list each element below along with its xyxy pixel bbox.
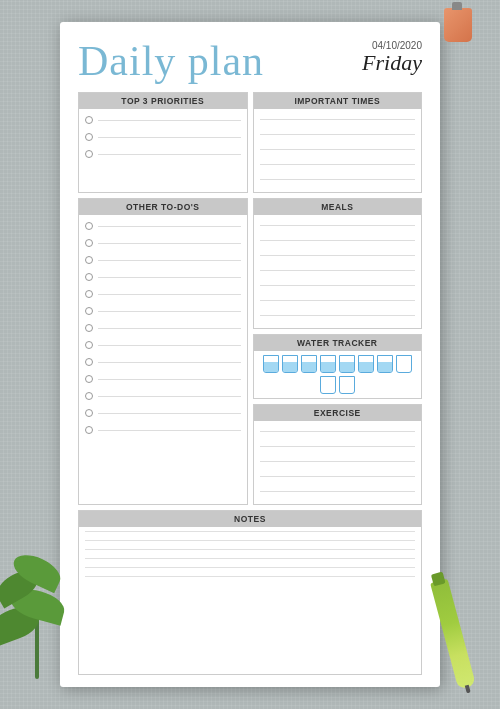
todo-row-11 [85, 389, 241, 403]
exercise-row-5 [260, 485, 416, 498]
date-block: 04/10/2020 Friday [362, 40, 422, 75]
time-row-2 [260, 128, 416, 141]
meal-row-3 [260, 249, 416, 262]
water-cups-container [254, 351, 422, 398]
daily-plan-paper: Daily plan 04/10/2020 Friday TOP 3 PRIOR… [60, 22, 440, 687]
line-2 [98, 137, 241, 138]
todo-cb-8[interactable] [85, 341, 93, 349]
other-todos-section: OTHER TO-DO'S [78, 198, 248, 505]
top-3-priorities-header: TOP 3 PRIORITIES [79, 93, 247, 109]
todo-cb-6[interactable] [85, 307, 93, 315]
exercise-row-1 [260, 425, 416, 438]
note-line-6 [85, 576, 415, 577]
checkbox-1[interactable] [85, 116, 93, 124]
top-3-priorities-body [79, 109, 247, 168]
todo-cb-9[interactable] [85, 358, 93, 366]
exercise-header: EXERCISE [254, 405, 422, 421]
plant-decoration [0, 539, 90, 679]
other-todos-header: OTHER TO-DO'S [79, 199, 247, 215]
notes-section: NOTES [78, 510, 422, 675]
todo-row-9 [85, 355, 241, 369]
time-row-4 [260, 158, 416, 171]
other-todos-body [79, 215, 247, 444]
line-1 [98, 120, 241, 121]
important-times-body [254, 109, 422, 192]
note-line-1 [85, 531, 415, 532]
top-sections-grid: TOP 3 PRIORITIES IMPORTANT TIMES [78, 92, 422, 193]
water-tracker-header: WATER TRACKER [254, 335, 422, 351]
time-row-5 [260, 173, 416, 186]
checkbox-3[interactable] [85, 150, 93, 158]
water-cup-1[interactable] [263, 355, 279, 373]
water-cup-8[interactable] [396, 355, 412, 373]
todo-cb-1[interactable] [85, 222, 93, 230]
pencil-sharpener-decoration [444, 8, 472, 42]
middle-grid: OTHER TO-DO'S MEALS [78, 198, 422, 505]
todo-row-1 [85, 219, 241, 233]
paper-header: Daily plan 04/10/2020 Friday [78, 40, 422, 82]
priority-row-3 [85, 147, 241, 161]
exercise-row-4 [260, 470, 416, 483]
todo-row-2 [85, 236, 241, 250]
meal-row-1 [260, 219, 416, 232]
right-column: MEALS WATER TRACKER [253, 198, 423, 505]
todo-row-6 [85, 304, 241, 318]
todo-cb-4[interactable] [85, 273, 93, 281]
todo-row-7 [85, 321, 241, 335]
water-cup-5[interactable] [339, 355, 355, 373]
checkbox-2[interactable] [85, 133, 93, 141]
meal-row-6 [260, 294, 416, 307]
note-line-4 [85, 558, 415, 559]
water-cup-3[interactable] [301, 355, 317, 373]
todo-row-5 [85, 287, 241, 301]
note-line-5 [85, 567, 415, 568]
meal-row-4 [260, 264, 416, 277]
time-row-3 [260, 143, 416, 156]
exercise-row-2 [260, 440, 416, 453]
exercise-row-3 [260, 455, 416, 468]
priority-row-1 [85, 113, 241, 127]
top-3-priorities-section: TOP 3 PRIORITIES [78, 92, 248, 193]
time-row-1 [260, 113, 416, 126]
exercise-section: EXERCISE [253, 404, 423, 505]
meals-header: MEALS [254, 199, 422, 215]
todo-cb-13[interactable] [85, 426, 93, 434]
water-cup-9[interactable] [320, 376, 336, 394]
meals-body [254, 215, 422, 328]
meals-section: MEALS [253, 198, 423, 329]
page-title: Daily plan [78, 40, 264, 82]
todo-row-13 [85, 423, 241, 437]
meal-row-7 [260, 309, 416, 322]
todo-cb-5[interactable] [85, 290, 93, 298]
note-line-3 [85, 549, 415, 550]
water-cup-7[interactable] [377, 355, 393, 373]
line-3 [98, 154, 241, 155]
todo-row-4 [85, 270, 241, 284]
water-cup-10[interactable] [339, 376, 355, 394]
meal-row-2 [260, 234, 416, 247]
notes-body [79, 527, 421, 589]
important-times-header: IMPORTANT TIMES [254, 93, 422, 109]
water-cup-4[interactable] [320, 355, 336, 373]
notes-header: NOTES [79, 511, 421, 527]
meal-row-5 [260, 279, 416, 292]
priority-row-2 [85, 130, 241, 144]
todo-cb-10[interactable] [85, 375, 93, 383]
todo-cb-3[interactable] [85, 256, 93, 264]
day-text: Friday [362, 50, 422, 75]
water-cup-2[interactable] [282, 355, 298, 373]
important-times-section: IMPORTANT TIMES [253, 92, 423, 193]
todo-row-10 [85, 372, 241, 386]
exercise-body [254, 421, 422, 504]
todo-cb-12[interactable] [85, 409, 93, 417]
todo-row-3 [85, 253, 241, 267]
todo-cb-2[interactable] [85, 239, 93, 247]
todo-cb-11[interactable] [85, 392, 93, 400]
water-tracker-section: WATER TRACKER [253, 334, 423, 399]
todo-row-12 [85, 406, 241, 420]
todo-row-8 [85, 338, 241, 352]
water-cup-6[interactable] [358, 355, 374, 373]
todo-cb-7[interactable] [85, 324, 93, 332]
note-line-2 [85, 540, 415, 541]
